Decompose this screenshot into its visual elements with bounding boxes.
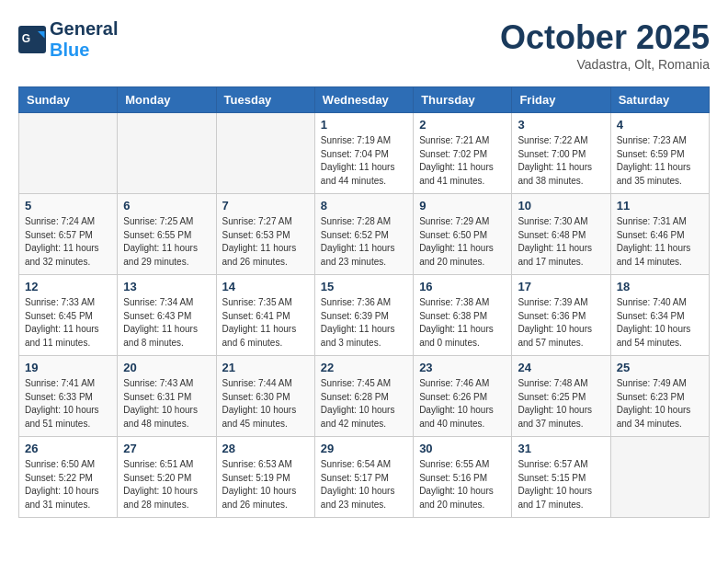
day-number: 17 [518, 280, 604, 293]
calendar-cell: 11Sunrise: 7:31 AM Sunset: 6:46 PM Dayli… [610, 194, 709, 275]
calendar-cell: 31Sunrise: 6:57 AM Sunset: 5:15 PM Dayli… [512, 437, 610, 518]
calendar-cell: 27Sunrise: 6:51 AM Sunset: 5:20 PM Dayli… [118, 437, 216, 518]
day-number: 29 [321, 442, 407, 455]
day-number: 24 [518, 361, 604, 374]
day-info: Sunrise: 7:23 AM Sunset: 6:59 PM Dayligh… [617, 134, 703, 188]
day-number: 21 [222, 361, 309, 374]
day-number: 30 [419, 442, 506, 455]
day-number: 9 [419, 199, 506, 213]
day-info: Sunrise: 7:30 AM Sunset: 6:48 PM Dayligh… [518, 215, 604, 269]
calendar-cell: 3Sunrise: 7:22 AM Sunset: 7:00 PM Daylig… [512, 113, 610, 194]
svg-text:G: G [22, 32, 30, 45]
calendar-week-row: 1Sunrise: 7:19 AM Sunset: 7:04 PM Daylig… [19, 113, 710, 194]
day-number: 5 [25, 199, 111, 213]
calendar-cell: 30Sunrise: 6:55 AM Sunset: 5:16 PM Dayli… [414, 437, 512, 518]
calendar-cell: 12Sunrise: 7:33 AM Sunset: 6:45 PM Dayli… [19, 275, 118, 356]
logo-icon: G [18, 26, 46, 53]
calendar-cell: 7Sunrise: 7:27 AM Sunset: 6:53 PM Daylig… [216, 194, 314, 275]
calendar-cell: 4Sunrise: 7:23 AM Sunset: 6:59 PM Daylig… [610, 113, 709, 194]
weekday-header-row: SundayMondayTuesdayWednesdayThursdayFrid… [19, 87, 710, 113]
calendar-week-row: 5Sunrise: 7:24 AM Sunset: 6:57 PM Daylig… [19, 194, 710, 275]
day-info: Sunrise: 7:40 AM Sunset: 6:34 PM Dayligh… [617, 296, 703, 350]
calendar-cell: 21Sunrise: 7:44 AM Sunset: 6:30 PM Dayli… [216, 356, 314, 437]
day-number: 19 [25, 361, 111, 374]
day-info: Sunrise: 7:48 AM Sunset: 6:25 PM Dayligh… [518, 377, 604, 431]
calendar-cell: 19Sunrise: 7:41 AM Sunset: 6:33 PM Dayli… [19, 356, 118, 437]
day-number: 27 [123, 442, 210, 455]
day-info: Sunrise: 7:41 AM Sunset: 6:33 PM Dayligh… [25, 377, 111, 431]
day-number: 10 [518, 199, 604, 213]
calendar-cell: 24Sunrise: 7:48 AM Sunset: 6:25 PM Dayli… [512, 356, 610, 437]
calendar-cell: 28Sunrise: 6:53 AM Sunset: 5:19 PM Dayli… [216, 437, 314, 518]
day-number: 1 [321, 118, 407, 132]
day-info: Sunrise: 7:29 AM Sunset: 6:50 PM Dayligh… [419, 215, 506, 269]
calendar-cell [118, 113, 216, 194]
day-info: Sunrise: 7:46 AM Sunset: 6:26 PM Dayligh… [419, 377, 506, 431]
location: Vadastra, Olt, Romania [500, 57, 710, 72]
calendar-cell: 18Sunrise: 7:40 AM Sunset: 6:34 PM Dayli… [610, 275, 709, 356]
calendar-cell [216, 113, 314, 194]
day-info: Sunrise: 7:31 AM Sunset: 6:46 PM Dayligh… [617, 215, 703, 269]
day-number: 4 [617, 118, 703, 132]
day-number: 25 [617, 361, 703, 374]
calendar-cell: 25Sunrise: 7:49 AM Sunset: 6:23 PM Dayli… [610, 356, 709, 437]
day-info: Sunrise: 6:51 AM Sunset: 5:20 PM Dayligh… [123, 458, 210, 511]
calendar-cell: 1Sunrise: 7:19 AM Sunset: 7:04 PM Daylig… [314, 113, 413, 194]
day-number: 3 [518, 118, 604, 132]
weekday-header: Wednesday [314, 87, 413, 113]
day-number: 11 [617, 199, 703, 213]
calendar-cell: 9Sunrise: 7:29 AM Sunset: 6:50 PM Daylig… [414, 194, 512, 275]
calendar-cell: 6Sunrise: 7:25 AM Sunset: 6:55 PM Daylig… [118, 194, 216, 275]
weekday-header: Friday [512, 87, 610, 113]
day-info: Sunrise: 7:44 AM Sunset: 6:30 PM Dayligh… [222, 377, 309, 431]
calendar-cell: 29Sunrise: 6:54 AM Sunset: 5:17 PM Dayli… [314, 437, 413, 518]
weekday-header: Tuesday [216, 87, 314, 113]
day-info: Sunrise: 7:49 AM Sunset: 6:23 PM Dayligh… [617, 377, 703, 431]
day-info: Sunrise: 7:35 AM Sunset: 6:41 PM Dayligh… [222, 296, 309, 350]
day-info: Sunrise: 6:54 AM Sunset: 5:17 PM Dayligh… [321, 458, 407, 511]
calendar-cell: 13Sunrise: 7:34 AM Sunset: 6:43 PM Dayli… [118, 275, 216, 356]
day-number: 23 [419, 361, 506, 374]
logo: G General Blue [18, 18, 118, 61]
header: G General Blue October 2025 Vadastra, Ol… [18, 18, 710, 72]
calendar-cell: 5Sunrise: 7:24 AM Sunset: 6:57 PM Daylig… [19, 194, 118, 275]
day-info: Sunrise: 7:19 AM Sunset: 7:04 PM Dayligh… [321, 134, 407, 188]
calendar-cell [19, 113, 118, 194]
day-number: 18 [617, 280, 703, 293]
calendar-cell [610, 437, 709, 518]
logo-general: General [50, 18, 118, 40]
day-number: 14 [222, 280, 309, 293]
day-info: Sunrise: 7:22 AM Sunset: 7:00 PM Dayligh… [518, 134, 604, 188]
day-info: Sunrise: 7:28 AM Sunset: 6:52 PM Dayligh… [321, 215, 407, 269]
calendar-week-row: 26Sunrise: 6:50 AM Sunset: 5:22 PM Dayli… [19, 437, 710, 518]
day-info: Sunrise: 7:34 AM Sunset: 6:43 PM Dayligh… [123, 296, 210, 350]
calendar-cell: 15Sunrise: 7:36 AM Sunset: 6:39 PM Dayli… [314, 275, 413, 356]
calendar-cell: 10Sunrise: 7:30 AM Sunset: 6:48 PM Dayli… [512, 194, 610, 275]
day-number: 13 [123, 280, 210, 293]
day-number: 28 [222, 442, 309, 455]
day-number: 12 [25, 280, 111, 293]
day-info: Sunrise: 7:45 AM Sunset: 6:28 PM Dayligh… [321, 377, 407, 431]
calendar-week-row: 12Sunrise: 7:33 AM Sunset: 6:45 PM Dayli… [19, 275, 710, 356]
day-info: Sunrise: 7:39 AM Sunset: 6:36 PM Dayligh… [518, 296, 604, 350]
month-title: October 2025 [500, 18, 710, 57]
day-info: Sunrise: 6:57 AM Sunset: 5:15 PM Dayligh… [518, 458, 604, 511]
calendar-cell: 2Sunrise: 7:21 AM Sunset: 7:02 PM Daylig… [414, 113, 512, 194]
day-info: Sunrise: 7:36 AM Sunset: 6:39 PM Dayligh… [321, 296, 407, 350]
calendar-week-row: 19Sunrise: 7:41 AM Sunset: 6:33 PM Dayli… [19, 356, 710, 437]
day-number: 16 [419, 280, 506, 293]
day-info: Sunrise: 6:55 AM Sunset: 5:16 PM Dayligh… [419, 458, 506, 511]
day-number: 22 [321, 361, 407, 374]
day-info: Sunrise: 7:43 AM Sunset: 6:31 PM Dayligh… [123, 377, 210, 431]
day-info: Sunrise: 7:27 AM Sunset: 6:53 PM Dayligh… [222, 215, 309, 269]
page: G General Blue October 2025 Vadastra, Ol… [0, 0, 728, 527]
day-number: 15 [321, 280, 407, 293]
day-number: 26 [25, 442, 111, 455]
weekday-header: Monday [118, 87, 216, 113]
weekday-header: Sunday [19, 87, 118, 113]
calendar-cell: 22Sunrise: 7:45 AM Sunset: 6:28 PM Dayli… [314, 356, 413, 437]
weekday-header: Thursday [414, 87, 512, 113]
day-info: Sunrise: 6:53 AM Sunset: 5:19 PM Dayligh… [222, 458, 309, 511]
calendar-cell: 20Sunrise: 7:43 AM Sunset: 6:31 PM Dayli… [118, 356, 216, 437]
day-number: 20 [123, 361, 210, 374]
